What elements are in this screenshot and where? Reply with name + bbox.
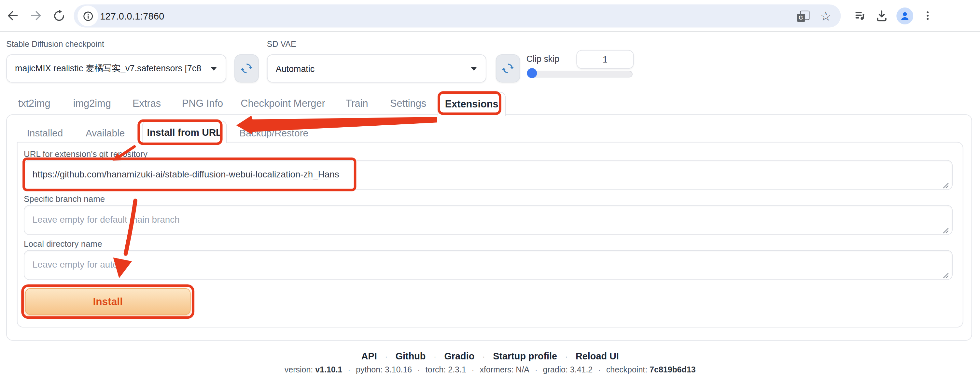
playlist-music-icon — [854, 10, 866, 22]
site-info-icon — [80, 8, 96, 24]
checkpoint-value: majicMIX realistic 麦橘写实_v7.safetensors [… — [7, 63, 207, 74]
address-bar[interactable]: 127.0.0.1:7860 G ☆ — [74, 4, 841, 27]
screen: 127.0.0.1:7860 G ☆ — [0, 0, 980, 390]
resize-grip-icon[interactable] — [943, 183, 949, 189]
tab-train[interactable]: Train — [346, 98, 368, 109]
subtab-available[interactable]: Available — [86, 127, 125, 139]
kebab-menu-icon — [922, 10, 934, 21]
clip-skip-label: Clip skip — [527, 54, 560, 64]
footer-link-startup-profile[interactable]: Startup profile — [493, 350, 557, 361]
browser-toolbar: 127.0.0.1:7860 G ☆ — [0, 0, 980, 32]
tab-checkpoint-merger[interactable]: Checkpoint Merger — [240, 98, 325, 109]
tab-png-info[interactable]: PNG Info — [182, 98, 223, 109]
local-dir-input[interactable] — [24, 250, 953, 280]
local-dir-label: Local directory name — [24, 239, 102, 249]
bookmark-star-icon[interactable]: ☆ — [818, 8, 834, 24]
tab-txt2img[interactable]: txt2img — [18, 98, 51, 109]
refresh-icon — [240, 62, 253, 75]
download-icon — [875, 9, 888, 22]
clip-skip-slider-track[interactable] — [527, 71, 633, 78]
footer-link-gradio[interactable]: Gradio — [444, 350, 474, 361]
refresh-vae-button[interactable] — [496, 54, 520, 82]
chevron-down-icon — [471, 67, 477, 70]
translate-icon[interactable]: G — [794, 8, 811, 24]
checkpoint-dropdown[interactable]: majicMIX realistic 麦橘写实_v7.safetensors [… — [6, 54, 226, 82]
clip-skip-input[interactable] — [576, 50, 634, 69]
reload-button[interactable] — [51, 8, 66, 23]
footer-link-github[interactable]: Github — [396, 350, 426, 361]
forward-icon — [29, 9, 43, 22]
vae-dropdown[interactable]: Automatic — [267, 54, 487, 82]
vae-label: SD VAE — [267, 40, 296, 49]
refresh-checkpoints-button[interactable] — [234, 54, 259, 82]
git-url-label: URL for extension's git repository — [24, 150, 148, 159]
checkpoint-label: Stable Diffusion checkpoint — [6, 40, 104, 49]
resize-grip-icon[interactable] — [943, 272, 949, 279]
branch-name-input[interactable] — [24, 205, 953, 235]
browser-menu-button[interactable] — [919, 7, 936, 24]
branch-name-label: Specific branch name — [24, 194, 105, 204]
tab-extensions-label: Extensions — [445, 99, 498, 110]
downloads-button[interactable] — [873, 7, 890, 24]
url-text: 127.0.0.1:7860 — [100, 4, 164, 27]
install-button[interactable]: Install — [25, 288, 191, 315]
refresh-icon — [501, 62, 514, 75]
tab-extensions[interactable]: Extensions — [438, 92, 506, 116]
tab-extras[interactable]: Extras — [132, 98, 161, 109]
chevron-down-icon — [211, 67, 217, 70]
footer-link-api[interactable]: API — [361, 350, 377, 361]
clip-skip-slider-handle[interactable] — [527, 68, 537, 78]
forward-button[interactable] — [29, 8, 44, 23]
subtab-backup-restore[interactable]: Backup/Restore — [239, 127, 308, 139]
profile-avatar[interactable] — [896, 8, 913, 24]
footer-link-reload-ui[interactable]: Reload UI — [576, 350, 619, 361]
back-icon — [6, 9, 19, 22]
subtab-install-from-url[interactable]: Install from URL — [142, 121, 227, 143]
vae-value: Automatic — [267, 64, 467, 73]
footer-version-info: version: v1.10.1· python: 3.10.16· torch… — [0, 365, 980, 374]
subtab-installed[interactable]: Installed — [27, 127, 63, 139]
resize-grip-icon[interactable] — [943, 228, 949, 234]
reload-icon — [52, 9, 65, 22]
git-url-input[interactable]: https://github.com/hanamizuki-ai/stable-… — [24, 160, 953, 190]
back-button[interactable] — [5, 8, 20, 23]
person-icon — [899, 10, 911, 22]
footer-links: API· Github· Gradio· Startup profile· Re… — [0, 350, 980, 361]
tab-img2img[interactable]: img2img — [73, 98, 111, 109]
tab-settings[interactable]: Settings — [390, 98, 426, 109]
subtab-install-from-url-label: Install from URL — [147, 127, 222, 138]
media-controls-button[interactable] — [851, 7, 869, 24]
